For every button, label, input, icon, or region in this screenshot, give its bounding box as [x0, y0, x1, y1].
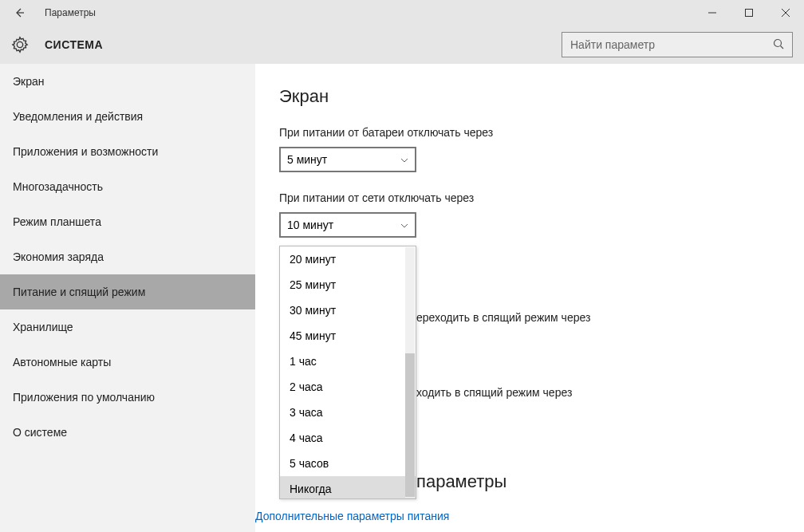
scrollbar-track[interactable]	[405, 247, 415, 498]
dropdown-option[interactable]: 2 часа	[280, 374, 416, 400]
plugged-screen-off-label: При питании от сети отключать через	[279, 191, 780, 204]
back-arrow-icon	[14, 7, 25, 18]
sidebar-item-power-sleep[interactable]: Питание и спящий режим	[0, 274, 255, 309]
close-icon	[782, 9, 790, 17]
dropdown-option[interactable]: 3 часа	[280, 400, 416, 425]
search-icon	[773, 38, 784, 52]
sidebar-item-storage[interactable]: Хранилище	[0, 309, 255, 345]
sidebar-item-multitasking[interactable]: Многозадачность	[0, 169, 255, 204]
maximize-button[interactable]	[731, 0, 767, 26]
dropdown-popup: 20 минут 25 минут 30 минут 45 минут 1 ча…	[279, 246, 416, 499]
dropdown-option[interactable]: Никогда	[280, 476, 416, 499]
titlebar: Параметры	[0, 0, 804, 26]
dropdown-option[interactable]: 25 минут	[280, 272, 416, 298]
maximize-icon	[745, 9, 753, 17]
dropdown-option[interactable]: 30 минут	[280, 298, 416, 323]
sidebar-item-display[interactable]: Экран	[0, 64, 255, 99]
svg-point-5	[774, 39, 782, 46]
battery-screen-off-label: При питании от батареи отключать через	[279, 126, 780, 139]
plugged-screen-off-value: 10 минут	[287, 219, 333, 231]
dropdown-option[interactable]: 5 часов	[280, 451, 416, 476]
header-row: СИСТЕМА Найти параметр	[0, 26, 804, 64]
scrollbar-thumb[interactable]	[405, 353, 415, 497]
minimize-icon	[708, 9, 716, 17]
sidebar: Экран Уведомления и действия Приложения …	[0, 64, 255, 532]
battery-screen-off-dropdown[interactable]: 5 минут	[279, 147, 416, 172]
header-title: СИСТЕМА	[45, 38, 103, 51]
svg-line-6	[781, 45, 784, 49]
battery-screen-off-value: 5 минут	[287, 153, 327, 166]
sidebar-item-about[interactable]: О системе	[0, 415, 255, 450]
back-button[interactable]	[6, 0, 32, 26]
sidebar-item-notifications[interactable]: Уведомления и действия	[0, 99, 255, 134]
additional-power-settings-link[interactable]: Дополнительные параметры питания	[255, 510, 449, 522]
related-settings-heading-partial: параметры	[416, 471, 506, 492]
sidebar-item-apps[interactable]: Приложения и возможности	[0, 134, 255, 169]
sidebar-item-offline-maps[interactable]: Автономные карты	[0, 345, 255, 380]
chevron-down-icon	[400, 221, 408, 230]
sidebar-item-battery-saver[interactable]: Экономия заряда	[0, 239, 255, 274]
page-heading: Экран	[279, 86, 780, 107]
svg-rect-2	[746, 10, 753, 17]
content-area: Экран Уведомления и действия Приложения …	[0, 64, 804, 532]
chevron-down-icon	[400, 156, 408, 164]
window-controls	[694, 0, 804, 26]
sidebar-item-tablet-mode[interactable]: Режим планшета	[0, 204, 255, 239]
close-button[interactable]	[767, 0, 804, 26]
header-left: СИСТЕМА	[11, 36, 103, 53]
window-title: Параметры	[45, 7, 96, 18]
search-placeholder: Найти параметр	[570, 38, 655, 51]
dropdown-option[interactable]: 1 час	[280, 349, 416, 374]
dropdown-option[interactable]: 4 часа	[280, 425, 416, 451]
sleep-plugged-label-partial: ходить в спящий режим через	[416, 386, 572, 399]
dropdown-option[interactable]: 45 минут	[280, 323, 416, 349]
main-panel: Экран При питании от батареи отключать ч…	[255, 64, 804, 532]
gear-icon	[11, 36, 29, 53]
sidebar-item-default-apps[interactable]: Приложения по умолчанию	[0, 380, 255, 415]
dropdown-options-list: 20 минут 25 минут 30 минут 45 минут 1 ча…	[280, 246, 416, 499]
dropdown-option[interactable]: 20 минут	[280, 246, 416, 272]
plugged-screen-off-dropdown[interactable]: 10 минут	[279, 212, 416, 238]
minimize-button[interactable]	[694, 0, 731, 26]
sleep-battery-label-partial: ереходить в спящий режим через	[416, 311, 590, 324]
search-input[interactable]: Найти параметр	[562, 32, 793, 57]
